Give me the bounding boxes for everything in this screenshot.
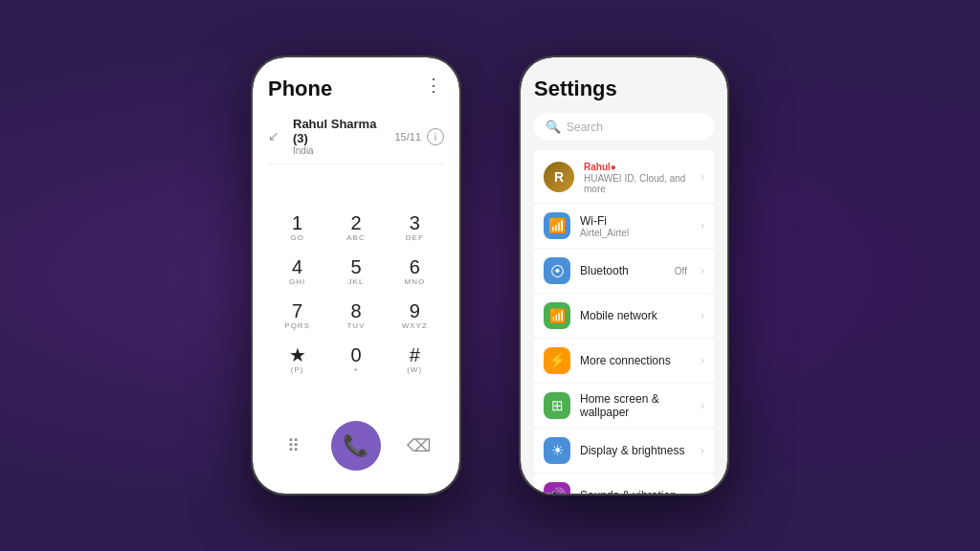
display-chevron: › [701, 444, 704, 457]
wifi-label: Wi-Fi [580, 214, 691, 228]
mobile-label: Mobile network [580, 309, 691, 322]
contact-count: 15/11 [394, 131, 421, 143]
display-content: Display & brightness [580, 444, 691, 457]
settings-list: R Rahul● HUAWEI ID, Cloud, and more › 📶 … [534, 150, 714, 494]
contact-country: India [293, 145, 394, 156]
homescreen-icon: ⊞ [544, 392, 570, 419]
sound-icon: 🔊 [544, 482, 570, 494]
contact-info: Rahul Sharma (3) India [293, 117, 394, 156]
profile-dot: ● [611, 162, 616, 172]
phone-screen: Phone ⋮ ↙ Rahul Sharma (3) India 15/11 i… [253, 57, 459, 494]
dial-key-9[interactable]: 9 WXYZ [390, 294, 439, 336]
display-icon: ☀ [544, 437, 570, 464]
settings-screen: Settings 🔍 Search R Rahul● HUAWEI ID, Cl… [521, 57, 727, 494]
dial-key-3[interactable]: 3 DEF [390, 206, 439, 248]
phone-app: Phone ⋮ ↙ Rahul Sharma (3) India 15/11 i… [253, 57, 459, 494]
settings-profile-item[interactable]: R Rahul● HUAWEI ID, Cloud, and more › [534, 150, 714, 203]
phone-device: Phone ⋮ ↙ Rahul Sharma (3) India 15/11 i… [251, 55, 461, 496]
homescreen-content: Home screen & wallpaper [580, 392, 691, 419]
dial-row-4: ★ (P) 0 + # (W) [268, 338, 444, 380]
settings-title: Settings [534, 77, 714, 101]
connections-content: More connections [580, 354, 691, 367]
dial-key-2[interactable]: 2 ABC [331, 206, 381, 248]
profile-subtitle: HUAWEI ID, Cloud, and more [584, 173, 691, 194]
mobile-content: Mobile network [580, 309, 691, 322]
mobile-icon: 📶 [544, 302, 570, 329]
wifi-chevron: › [701, 219, 704, 232]
settings-item-bluetooth[interactable]: ⦿ Bluetooth Off › [534, 249, 714, 293]
display-label: Display & brightness [580, 444, 691, 457]
homescreen-chevron: › [701, 399, 704, 412]
profile-name: Rahul● [584, 159, 691, 173]
search-icon: 🔍 [546, 120, 561, 134]
phone-header: Phone ⋮ [268, 77, 444, 101]
dial-key-7[interactable]: 7 PQRS [273, 294, 323, 336]
settings-item-mobile[interactable]: 📶 Mobile network › [534, 294, 714, 338]
connections-icon: ⚡ [544, 347, 570, 374]
dial-key-4[interactable]: 4 GHI [273, 250, 323, 292]
dial-key-6[interactable]: 6 MNO [390, 250, 439, 292]
contact-name: Rahul Sharma (3) [293, 117, 394, 145]
dialpad: 1 GO 2 ABC 3 DEF 4 GHI [268, 172, 444, 413]
settings-app: Settings 🔍 Search R Rahul● HUAWEI ID, Cl… [521, 57, 727, 494]
profile-chevron: › [701, 170, 704, 184]
profile-info: Rahul● HUAWEI ID, Cloud, and more [584, 159, 691, 194]
settings-item-connections[interactable]: ⚡ More connections › [534, 339, 714, 383]
settings-search-bar[interactable]: 🔍 Search [534, 113, 714, 141]
bluetooth-chevron: › [701, 264, 704, 277]
info-icon[interactable]: i [427, 128, 444, 145]
wifi-icon: 📶 [544, 212, 570, 239]
settings-item-display[interactable]: ☀ Display & brightness › [534, 429, 714, 473]
dial-row-3: 7 PQRS 8 TUV 9 WXYZ [268, 294, 444, 336]
wifi-content: Wi-Fi Airtel_Airtel [580, 214, 691, 238]
dial-key-0[interactable]: 0 + [331, 338, 381, 380]
contact-row[interactable]: ↙ Rahul Sharma (3) India 15/11 i [268, 109, 444, 165]
wifi-value: Airtel_Airtel [580, 228, 691, 238]
sound-content: Sounds & vibration [580, 489, 691, 494]
settings-item-sound[interactable]: 🔊 Sounds & vibration › [534, 474, 714, 494]
settings-device: Settings 🔍 Search R Rahul● HUAWEI ID, Cl… [519, 55, 729, 496]
dial-row-1: 1 GO 2 ABC 3 DEF [268, 206, 444, 248]
phone-title: Phone [268, 77, 332, 101]
dial-row-2: 4 GHI 5 JKL 6 MNO [268, 250, 444, 292]
connections-chevron: › [701, 354, 704, 367]
phone-bottom-bar: ⠿ 📞 ⌫ [268, 413, 444, 484]
bluetooth-content: Bluetooth [580, 264, 665, 277]
settings-item-homescreen[interactable]: ⊞ Home screen & wallpaper › [534, 384, 714, 428]
settings-item-wifi[interactable]: 📶 Wi-Fi Airtel_Airtel › [534, 204, 714, 248]
backspace-icon[interactable]: ⌫ [405, 432, 432, 459]
phone-menu-dots[interactable]: ⋮ [425, 77, 444, 94]
bluetooth-label: Bluetooth [580, 264, 665, 277]
homescreen-label: Home screen & wallpaper [580, 392, 691, 419]
dial-key-8[interactable]: 8 TUV [331, 294, 381, 336]
sound-chevron: › [701, 489, 704, 494]
connections-label: More connections [580, 354, 691, 367]
dial-key-star[interactable]: ★ (P) [273, 338, 323, 380]
mobile-chevron: › [701, 309, 704, 322]
dial-key-5[interactable]: 5 JKL [331, 250, 381, 292]
dial-key-1[interactable]: 1 GO [273, 206, 323, 248]
missed-call-icon: ↙ [268, 128, 285, 145]
sound-label: Sounds & vibration [580, 489, 691, 494]
bluetooth-value: Off [675, 266, 687, 276]
dialpad-icon[interactable]: ⠿ [280, 432, 307, 459]
dial-key-hash[interactable]: # (W) [390, 338, 439, 380]
profile-avatar: R [544, 162, 574, 192]
call-button[interactable]: 📞 [331, 421, 381, 471]
search-placeholder: Search [567, 121, 603, 134]
bluetooth-icon: ⦿ [544, 257, 570, 284]
